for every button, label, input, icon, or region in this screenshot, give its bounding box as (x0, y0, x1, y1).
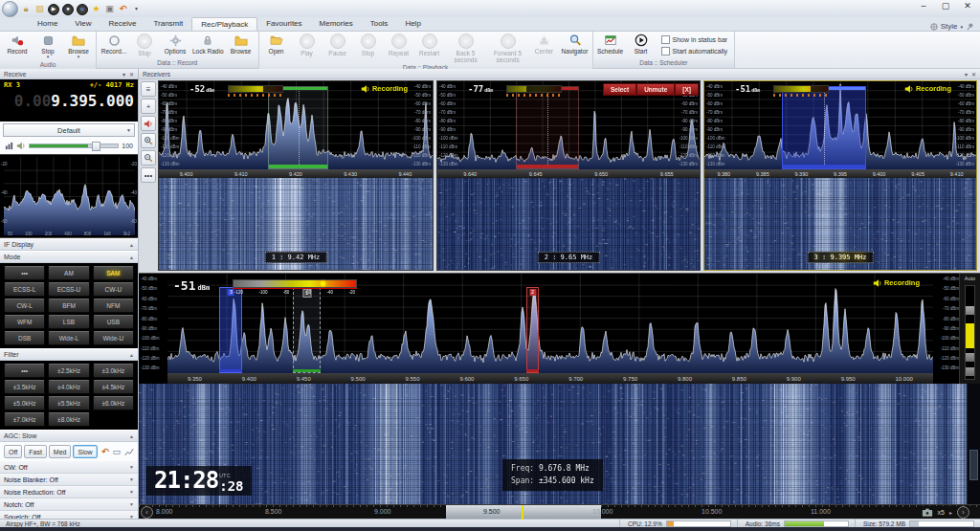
spectrum-range-slider[interactable]: Auto (959, 274, 980, 384)
receiver-1-spectrum[interactable]: -40 dBm-50 dBm-60 dBm-70 dBm-80 dBm-90 d… (159, 81, 433, 169)
mode-button[interactable]: SAM (93, 266, 134, 280)
chevron-down-icon[interactable]: ▾ (965, 71, 968, 77)
repeat-button[interactable]: ↻ Repeat (384, 33, 414, 63)
undo-icon[interactable]: ↶ (118, 4, 128, 14)
ribbon-tab[interactable]: Favourites (257, 17, 310, 31)
passband-selection[interactable] (782, 86, 866, 169)
noise-blanker-section-header[interactable]: Noise Blanker: Off▼ (0, 474, 138, 486)
show-in-status-bar-checkbox[interactable]: Show in status bar (661, 35, 728, 44)
receiver-3-waterfall[interactable]: 3 : 9.395 MHz (704, 178, 976, 270)
chevron-down-icon[interactable]: ▾ (131, 4, 142, 14)
back-5-seconds-button[interactable]: « Back 5 seconds (445, 33, 487, 63)
playback-stop-button[interactable]: ■ Stop (353, 33, 384, 63)
audio-stop-button[interactable]: Stop ▾ (33, 33, 63, 60)
volume-thumb[interactable] (92, 142, 100, 151)
pin-icon[interactable] (966, 22, 974, 31)
restart-button[interactable]: ◀ Restart (414, 33, 445, 63)
play-icon[interactable]: ▶ (48, 4, 59, 15)
receiver-1-marker[interactable]: 1 (293, 287, 321, 373)
agc-button[interactable]: Slow (73, 445, 97, 458)
range-slider-track[interactable] (965, 285, 975, 380)
auto-label[interactable]: Auto (960, 274, 980, 281)
mode-button[interactable]: USB (93, 315, 134, 329)
scrollbar-thumb[interactable] (969, 450, 978, 480)
data-browse-button[interactable]: Browse (226, 33, 256, 58)
receiver-3-marker[interactable]: 3 (219, 287, 242, 373)
more-icon[interactable]: ••• (141, 167, 156, 183)
schedule-button[interactable]: Schedule (595, 33, 626, 58)
agc-button[interactable]: Off (4, 445, 22, 458)
filter-button[interactable]: ±3.0kHz (93, 364, 134, 378)
zoom-out-icon[interactable] (141, 150, 156, 166)
menu-icon[interactable]: ≡ (141, 81, 156, 97)
ribbon-tab[interactable]: Home (29, 17, 66, 31)
receiver-2-marker[interactable]: 2 (526, 287, 539, 373)
start-button[interactable]: Start (626, 33, 657, 58)
bars-icon[interactable] (5, 142, 13, 150)
receiver-2-spectrum[interactable]: -40 dBm-50 dBm-60 dBm-70 dBm-80 dBm-90 d… (437, 81, 700, 169)
band-navigator[interactable]: 8.0008.5009.0009.50010.00010.50011.000 ‹… (139, 504, 980, 520)
audio-record-button[interactable]: Record (2, 33, 33, 60)
camera-icon[interactable]: ▣ (104, 4, 115, 14)
agc-section-header[interactable]: AGC: Slow ▲ (0, 430, 138, 442)
center-button[interactable]: Center (529, 33, 560, 63)
close-button[interactable]: ✕ (963, 1, 972, 11)
filter-section-header[interactable]: Filter ▲ (0, 348, 138, 361)
display-icon[interactable]: ▭ (112, 447, 121, 456)
filter-button[interactable]: ±2.5kHz (48, 364, 89, 378)
ribbon-tab[interactable]: Tools (362, 17, 397, 31)
options-button[interactable]: Options (160, 33, 190, 58)
notch-section-header[interactable]: Notch: Off▼ (0, 498, 138, 511)
pause-button[interactable]: ‖ Pause (323, 33, 353, 63)
range-slider-thumb[interactable] (966, 367, 974, 376)
mode-button[interactable]: CW-U (93, 282, 134, 297)
camera-icon[interactable] (922, 508, 933, 517)
app-orb-icon[interactable] (2, 1, 18, 17)
filter-button[interactable]: ••• (4, 364, 45, 378)
navigator-visible-span[interactable] (446, 505, 601, 520)
audio-browse-button[interactable]: Browse ▾ (63, 33, 94, 60)
frequency-readout[interactable]: 0.009.395.000 (0, 89, 138, 110)
nav-next-button[interactable]: › (957, 506, 969, 519)
undo-icon[interactable]: ↶ (101, 447, 109, 456)
select-button[interactable]: Select (603, 83, 636, 96)
volume-slider[interactable] (29, 144, 119, 148)
nav-previous-button[interactable]: ‹ (141, 506, 153, 519)
mode-button[interactable]: ECSS-U (48, 282, 89, 297)
close-receiver-button[interactable]: [X] (675, 83, 699, 96)
mode-button[interactable]: DSB (4, 331, 45, 345)
chevron-down-icon[interactable]: ▾ (122, 71, 125, 77)
receiver-frequency-badge[interactable]: 2 : 9.65 MHz (538, 252, 600, 263)
open-button[interactable]: Open (261, 33, 292, 63)
filter-button[interactable]: ±8.0kHz (48, 412, 89, 427)
data-stop-button[interactable]: ■ Stop (129, 33, 160, 58)
filter-button[interactable]: ±3.5kHz (4, 380, 45, 394)
ribbon-tab[interactable]: Transmit (145, 17, 191, 31)
unmute-button[interactable]: Unmute (636, 83, 675, 96)
filter-button[interactable]: ±6.0kHz (93, 396, 134, 410)
agc-button[interactable]: Fast (24, 445, 47, 458)
if-spectrum[interactable]: -20-40-60 -20-40-60 501002004008001k63k2 (0, 154, 138, 238)
receiver-frequency-badge[interactable]: 3 : 9.395 MHz (808, 252, 874, 263)
if-spectrum-canvas[interactable] (4, 157, 135, 235)
range-slider-thumb[interactable] (966, 306, 974, 315)
mode-button[interactable]: NFM (93, 299, 134, 313)
filter-button[interactable]: ±7.0kHz (4, 412, 45, 427)
play-button[interactable]: ▶ Play (292, 33, 323, 63)
folder-icon[interactable]: ▨ (34, 4, 45, 14)
range-slider-thumb[interactable] (966, 353, 974, 362)
passband-selection[interactable] (516, 86, 579, 169)
close-icon[interactable]: ✕ (971, 71, 976, 77)
data-record-button[interactable]: Record... (99, 33, 129, 58)
mode-button[interactable]: AM (48, 266, 89, 280)
if-display-section-header[interactable]: IF Display ▲ (0, 238, 138, 251)
range-slider-selection[interactable] (966, 323, 974, 348)
speaker-icon[interactable] (16, 142, 26, 150)
receiver-2-waterfall[interactable]: 2 : 9.65 MHz (437, 178, 700, 270)
style-control[interactable]: Style ▾ (930, 22, 980, 31)
main-spectrum-plot[interactable]: -51dBm -120-100-80-60-40-20 Recording 3 … (167, 274, 933, 373)
agc-graph-icon[interactable] (124, 448, 134, 456)
mode-button[interactable]: Wide-L (48, 331, 89, 345)
main-waterfall[interactable]: 21:28 UTC:28 Freq: 9.676.8 MHz Span: ±34… (139, 384, 980, 504)
mute-icon[interactable] (141, 116, 156, 131)
